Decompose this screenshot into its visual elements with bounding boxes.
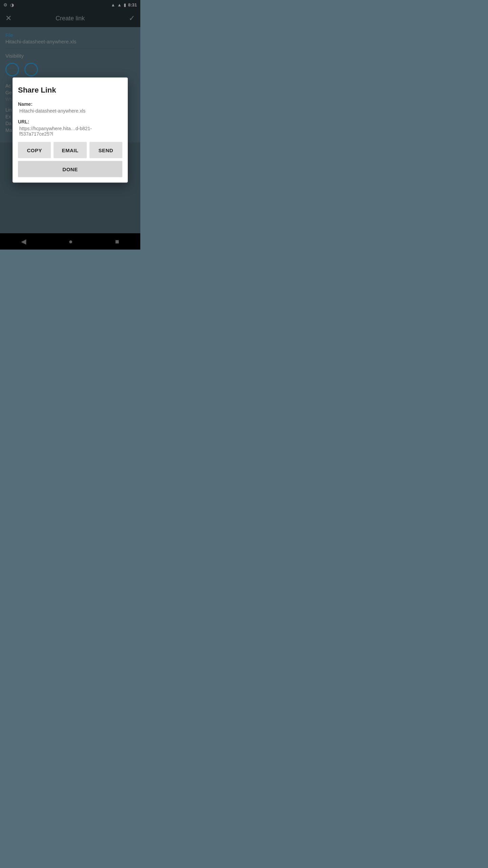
dialog-actions-row2: DONE	[18, 161, 122, 177]
email-button[interactable]: EMAIL	[54, 142, 86, 158]
dialog-name-label: Name:	[18, 101, 122, 107]
dialog-actions-row1: COPY EMAIL SEND	[18, 142, 122, 158]
share-link-dialog: Share Link Name: Hitachi-datasheet-anywh…	[13, 78, 128, 183]
dialog-url-label: URL:	[18, 119, 122, 124]
copy-button[interactable]: COPY	[18, 142, 51, 158]
send-button[interactable]: SEND	[89, 142, 122, 158]
dialog-title: Share Link	[18, 86, 122, 95]
dialog-name-value: Hitachi-datasheet-anywhere.xls	[18, 108, 122, 114]
dialog-url-value: https://hcpanywhere.hita…d-b821-f537a717…	[18, 126, 122, 137]
done-button[interactable]: DONE	[18, 161, 122, 177]
